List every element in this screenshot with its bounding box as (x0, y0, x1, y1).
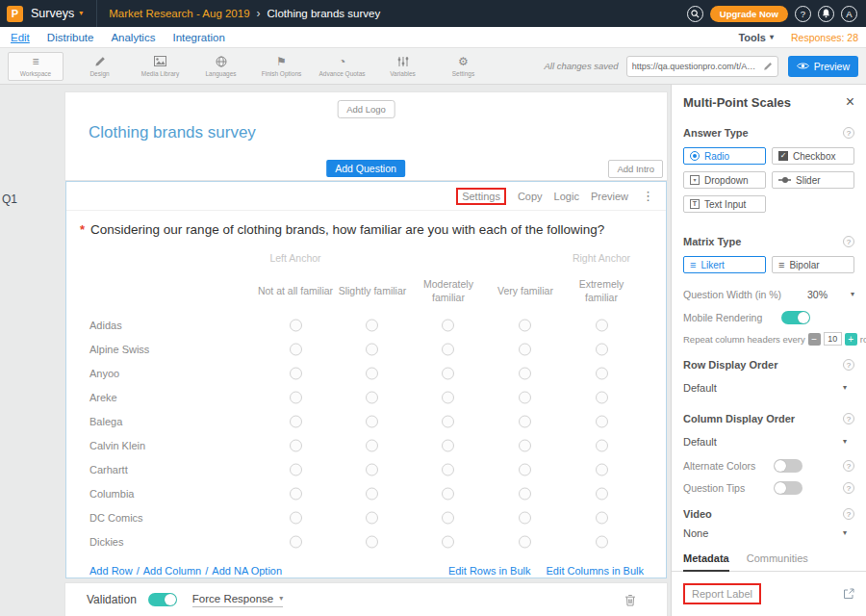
add-logo-button[interactable]: Add Logo (337, 100, 395, 118)
tab-distribute[interactable]: Distribute (38, 32, 103, 43)
question-text[interactable]: Considering our range of clothing brands… (90, 222, 604, 237)
tab-edit[interactable]: Edit (2, 32, 38, 43)
question-preview-link[interactable]: Preview (591, 191, 628, 202)
help-icon[interactable]: ? (843, 236, 854, 247)
row-label[interactable]: DC Comics (89, 512, 143, 524)
radio-button[interactable] (290, 439, 302, 451)
answer-type-checkbox[interactable]: Checkbox (772, 147, 854, 165)
row-label[interactable]: Carhartt (89, 464, 128, 475)
radio-button[interactable] (519, 343, 531, 355)
radio-button[interactable] (442, 511, 454, 524)
notifications-button[interactable] (818, 6, 834, 22)
search-button[interactable] (687, 6, 703, 22)
toolbar-item-variables[interactable]: Variables (372, 56, 433, 77)
radio-button[interactable] (519, 391, 531, 403)
tab-communities[interactable]: Communities (747, 552, 808, 571)
toolbar-item-languages[interactable]: Languages (191, 56, 251, 77)
tools-menu[interactable]: Tools ▾ (738, 32, 774, 43)
help-icon[interactable]: ? (843, 413, 854, 424)
matrix-type-likert[interactable]: ≡ Likert (683, 256, 766, 273)
radio-button[interactable] (290, 511, 302, 524)
radio-button[interactable] (596, 487, 608, 500)
questionpro-logo[interactable]: P (7, 6, 23, 22)
radio-button[interactable] (366, 463, 378, 475)
radio-button[interactable] (366, 511, 378, 524)
edit-rows-in-bulk-link[interactable]: Edit Rows in Bulk (448, 565, 531, 577)
radio-button[interactable] (519, 415, 531, 427)
row-label[interactable]: Dickies (89, 536, 123, 548)
validation-toggle[interactable] (148, 593, 177, 606)
radio-button[interactable] (442, 415, 454, 427)
survey-url-field[interactable]: https://qa.questionpro.com/t/APNrFZfQ (626, 56, 778, 77)
delete-question-icon[interactable] (624, 594, 636, 606)
radio-button[interactable] (596, 319, 608, 331)
radio-button[interactable] (290, 415, 302, 427)
edit-columns-in-bulk-link[interactable]: Edit Columns in Bulk (547, 565, 645, 577)
question-logic-link[interactable]: Logic (554, 191, 579, 202)
validation-type-select[interactable]: Force Response ▾ (192, 593, 283, 607)
answer-type-slider[interactable]: Slider (772, 171, 854, 189)
radio-button[interactable] (519, 319, 531, 331)
column-header[interactable]: Very familiar (487, 272, 564, 309)
help-icon[interactable]: ? (843, 482, 854, 494)
radio-button[interactable] (519, 535, 531, 548)
row-label[interactable]: Calvin Klein (89, 440, 145, 451)
radio-button[interactable] (442, 463, 454, 475)
column-header[interactable]: Slightly familiar (334, 272, 411, 309)
survey-title[interactable]: Clothing brands survey (89, 123, 256, 142)
radio-button[interactable] (366, 439, 378, 451)
help-icon[interactable]: ? (843, 127, 854, 139)
radio-button[interactable] (366, 535, 378, 548)
radio-button[interactable] (290, 487, 302, 500)
add-column-link[interactable]: Add Column (143, 565, 202, 577)
responses-count[interactable]: Responses: 28 (791, 32, 858, 43)
toolbar-item-workspace[interactable]: ≡ Workspace (8, 52, 64, 81)
radio-button[interactable] (596, 535, 608, 548)
account-avatar[interactable]: A (841, 6, 857, 22)
help-icon[interactable]: ? (843, 508, 854, 520)
help-icon[interactable]: ? (843, 460, 854, 472)
tab-integration[interactable]: Integration (164, 32, 233, 43)
matrix-type-bipolar[interactable]: ≡ Bipolar (772, 256, 854, 273)
toolbar-item-design[interactable]: Design (69, 56, 130, 77)
open-report-label-icon[interactable] (843, 588, 854, 600)
radio-button[interactable] (366, 367, 378, 379)
surveys-menu[interactable]: Surveys ▾ (31, 7, 83, 20)
alternate-colors-toggle[interactable] (774, 459, 802, 473)
video-select[interactable]: None ▾ (683, 527, 847, 539)
mobile-rendering-toggle[interactable] (781, 311, 810, 324)
help-icon[interactable]: ? (843, 359, 854, 371)
column-display-order-select[interactable]: Default ▾ (683, 436, 847, 448)
radio-button[interactable] (519, 511, 531, 524)
radio-button[interactable] (290, 367, 302, 379)
radio-button[interactable] (290, 343, 302, 355)
row-label[interactable]: Adidas (89, 320, 122, 331)
radio-button[interactable] (366, 391, 378, 403)
row-label[interactable]: Balega (89, 416, 122, 427)
radio-button[interactable] (519, 439, 531, 451)
radio-button[interactable] (290, 319, 302, 331)
row-display-order-select[interactable]: Default ▾ (683, 382, 847, 394)
toolbar-item-media-library[interactable]: Media Library (130, 56, 191, 77)
row-label[interactable]: Areke (89, 392, 117, 403)
repeat-rows-input[interactable]: 10 (824, 332, 842, 346)
close-icon[interactable]: × (846, 94, 854, 110)
radio-button[interactable] (442, 439, 454, 451)
radio-button[interactable] (596, 511, 608, 524)
question-tips-toggle[interactable] (774, 481, 802, 495)
radio-button[interactable] (442, 535, 454, 548)
row-label[interactable]: Anyoo (89, 368, 119, 379)
right-anchor-label[interactable]: Right Anchor (563, 252, 640, 264)
radio-button[interactable] (366, 487, 378, 500)
tab-metadata[interactable]: Metadata (683, 552, 729, 572)
radio-button[interactable] (519, 367, 531, 379)
edit-url-pencil-icon[interactable] (763, 62, 773, 71)
answer-type-dropdown[interactable]: Dropdown (683, 171, 766, 189)
radio-button[interactable] (290, 535, 302, 548)
report-label[interactable]: Report Label (683, 583, 761, 604)
radio-button[interactable] (596, 343, 608, 355)
preview-button[interactable]: Preview (788, 56, 858, 77)
increment-button[interactable]: + (845, 333, 857, 346)
decrement-button[interactable]: − (808, 333, 821, 346)
radio-button[interactable] (366, 319, 378, 331)
